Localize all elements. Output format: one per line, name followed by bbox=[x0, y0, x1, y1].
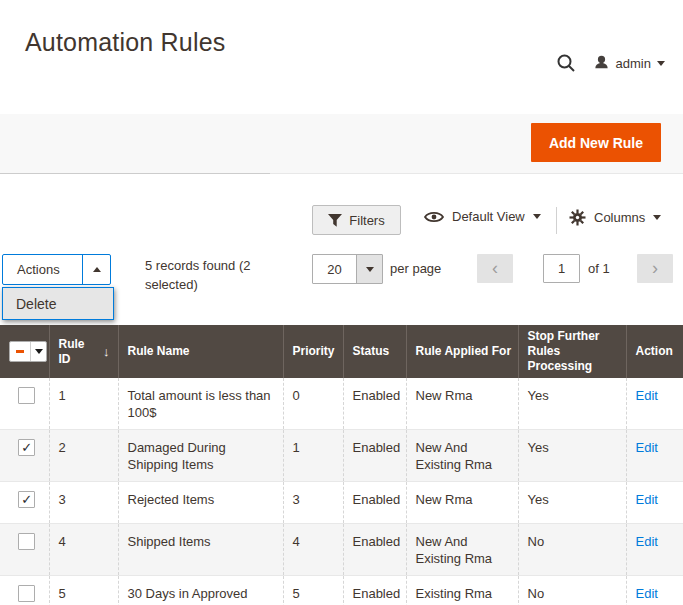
chevron-down-icon bbox=[35, 349, 43, 354]
table-row: 5 30 Days in Approved Status 5 Enabled E… bbox=[0, 576, 683, 605]
cell-rule-id: 5 bbox=[49, 576, 118, 605]
menu-item-delete[interactable]: Delete bbox=[3, 288, 113, 319]
cell-rule-name: Rejected Items bbox=[118, 482, 283, 524]
next-page-button[interactable]: › bbox=[637, 254, 673, 283]
cell-stop-further: Yes bbox=[518, 378, 626, 430]
default-view-dropdown[interactable]: Default View bbox=[424, 209, 541, 224]
cell-status: Enabled bbox=[343, 576, 406, 605]
actions-menu: Delete bbox=[2, 287, 114, 320]
cell-rule-name: Shipped Items bbox=[118, 524, 283, 576]
cell-status: Enabled bbox=[343, 430, 406, 482]
page: Automation Rules admin Add New Rule Filt… bbox=[0, 0, 683, 605]
cell-rule-applied-for: Existing Rma bbox=[406, 576, 518, 605]
cell-rule-applied-for: New And Existing Rma bbox=[406, 524, 518, 576]
indeterminate-mark bbox=[16, 350, 24, 353]
rules-grid: Rule ID↓ Rule Name Priority Status Rule … bbox=[0, 325, 683, 605]
cell-status: Enabled bbox=[343, 524, 406, 576]
gear-icon bbox=[569, 209, 586, 226]
chevron-down-icon bbox=[366, 267, 374, 272]
column-header-rule-applied-for[interactable]: Rule Applied For bbox=[406, 325, 518, 378]
filter-icon bbox=[328, 214, 342, 227]
cell-rule-id: 2 bbox=[49, 430, 118, 482]
select-all-checkbox[interactable] bbox=[10, 350, 30, 353]
table-row: 4 Shipped Items 4 Enabled New And Existi… bbox=[0, 524, 683, 576]
previous-page-button[interactable]: ‹ bbox=[477, 254, 513, 283]
cell-rule-id: 1 bbox=[49, 378, 118, 430]
edit-link[interactable]: Edit bbox=[636, 492, 658, 507]
cell-priority: 4 bbox=[283, 524, 343, 576]
topbar-actions: admin bbox=[553, 50, 665, 76]
actions-label: Actions bbox=[3, 255, 82, 284]
table-row: ✓ 3 Rejected Items 3 Enabled New Rma Yes… bbox=[0, 482, 683, 524]
grid-toolbar: Filters Default View Columns bbox=[0, 205, 683, 236]
cell-stop-further: Yes bbox=[518, 430, 626, 482]
admin-user-menu[interactable]: admin bbox=[593, 55, 665, 72]
chevron-down-icon bbox=[657, 61, 665, 66]
edit-link[interactable]: Edit bbox=[636, 534, 658, 549]
add-new-rule-button[interactable]: Add New Rule bbox=[531, 123, 661, 162]
page-actions-band: Add New Rule bbox=[0, 114, 683, 173]
row-checkbox[interactable] bbox=[18, 533, 35, 550]
column-header-priority[interactable]: Priority bbox=[283, 325, 343, 378]
per-page-value: 20 bbox=[313, 255, 356, 283]
select-all-toggle[interactable] bbox=[30, 342, 46, 361]
edit-link[interactable]: Edit bbox=[636, 440, 658, 455]
per-page-toggle[interactable] bbox=[356, 255, 382, 283]
cell-priority: 5 bbox=[283, 576, 343, 605]
cell-status: Enabled bbox=[343, 482, 406, 524]
cell-rule-id: 3 bbox=[49, 482, 118, 524]
cell-rule-applied-for: New And Existing Rma bbox=[406, 430, 518, 482]
columns-dropdown[interactable]: Columns bbox=[569, 209, 661, 226]
per-page-select[interactable]: 20 bbox=[312, 254, 383, 284]
cell-rule-id: 4 bbox=[49, 524, 118, 576]
column-header-status[interactable]: Status bbox=[343, 325, 406, 378]
column-header-rule-name[interactable]: Rule Name bbox=[118, 325, 283, 378]
row-checkbox[interactable]: ✓ bbox=[18, 439, 35, 456]
username: admin bbox=[616, 56, 651, 71]
records-count: 5 records found (2 selected) bbox=[145, 256, 290, 294]
edit-link[interactable]: Edit bbox=[636, 586, 658, 601]
band-border bbox=[0, 173, 683, 174]
search-icon[interactable] bbox=[553, 50, 579, 76]
cell-rule-name: 30 Days in Approved Status bbox=[118, 576, 283, 605]
table-row: ✓ 2 Damaged During Shipping Items 1 Enab… bbox=[0, 430, 683, 482]
column-header-action[interactable]: Action bbox=[626, 325, 683, 378]
cell-priority: 0 bbox=[283, 378, 343, 430]
sort-desc-icon: ↓ bbox=[103, 344, 112, 359]
column-header-rule-id[interactable]: Rule ID↓ bbox=[49, 325, 118, 378]
edit-link[interactable]: Edit bbox=[636, 388, 658, 403]
user-icon bbox=[593, 55, 610, 72]
per-page-label: per page bbox=[390, 261, 441, 276]
chevron-up-icon bbox=[93, 267, 101, 272]
page-title: Automation Rules bbox=[25, 28, 226, 57]
actions-dropdown-toggle[interactable] bbox=[82, 255, 110, 284]
cell-stop-further: No bbox=[518, 576, 626, 605]
cell-priority: 3 bbox=[283, 482, 343, 524]
grid-controls: Actions 5 records found (2 selected) 20 … bbox=[0, 253, 683, 287]
row-checkbox[interactable] bbox=[18, 387, 35, 404]
row-checkbox[interactable] bbox=[18, 585, 35, 602]
table-row: 1 Total amount is less than 100$ 0 Enabl… bbox=[0, 378, 683, 430]
cell-priority: 1 bbox=[283, 430, 343, 482]
cell-rule-name: Damaged During Shipping Items bbox=[118, 430, 283, 482]
actions-dropdown-button[interactable]: Actions bbox=[2, 254, 111, 285]
grid-header-row: Rule ID↓ Rule Name Priority Status Rule … bbox=[0, 325, 683, 378]
page-number-input[interactable] bbox=[543, 254, 580, 283]
chevron-down-icon bbox=[653, 215, 661, 220]
filters-button[interactable]: Filters bbox=[312, 205, 401, 235]
toolbar-divider bbox=[556, 207, 557, 234]
column-header-stop-further[interactable]: Stop Further Rules Processing bbox=[518, 325, 626, 378]
cell-rule-name: Total amount is less than 100$ bbox=[118, 378, 283, 430]
cell-rule-applied-for: New Rma bbox=[406, 378, 518, 430]
total-pages-label: of 1 bbox=[588, 261, 610, 276]
chevron-down-icon bbox=[533, 214, 541, 219]
default-view-label: Default View bbox=[452, 209, 525, 224]
row-checkbox[interactable]: ✓ bbox=[18, 491, 35, 508]
select-all-dropdown[interactable] bbox=[9, 341, 47, 362]
columns-label: Columns bbox=[594, 210, 645, 225]
eye-icon bbox=[424, 210, 444, 224]
cell-stop-further: No bbox=[518, 524, 626, 576]
cell-stop-further: Yes bbox=[518, 482, 626, 524]
filters-label: Filters bbox=[349, 213, 384, 228]
cell-rule-applied-for: New Rma bbox=[406, 482, 518, 524]
